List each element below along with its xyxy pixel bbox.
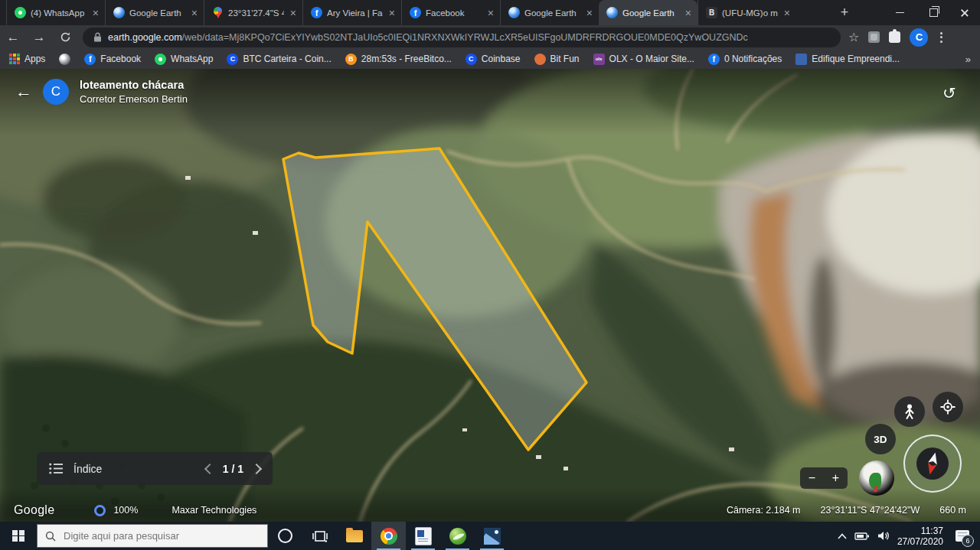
bookmark-freebitco[interactable]: 28m:53s - FreeBitco... — [345, 54, 452, 65]
close-tab-icon[interactable]: × — [684, 7, 693, 19]
letter-b-favicon — [706, 7, 717, 18]
window-restore-button[interactable] — [917, 0, 949, 25]
word-taskbar-button[interactable] — [406, 522, 440, 550]
toolbar-right-icons: ☆ C — [848, 28, 946, 47]
reload-icon — [60, 31, 71, 43]
bookmark-facebook[interactable]: Facebook — [84, 54, 141, 65]
profile-avatar[interactable]: C — [910, 28, 928, 47]
address-bar[interactable]: earth.google.com/web/data=Mj8KPQo7CiExYI… — [83, 28, 841, 47]
back-button[interactable]: ← — [0, 27, 26, 48]
bookmark-edifique[interactable]: Edifique Empreendi... — [795, 54, 900, 65]
cortana-icon — [278, 529, 292, 543]
bookmark-btc-carteira[interactable]: BTC Carteira - Coin... — [227, 54, 331, 65]
zoom-in-button[interactable]: + — [832, 471, 839, 485]
window-minimize-button[interactable] — [884, 0, 916, 25]
bookmark-label: OLX - O Maior Site... — [609, 54, 694, 64]
volume-button[interactable] — [877, 531, 890, 541]
index-label[interactable]: Índice — [74, 463, 102, 475]
close-tab-icon[interactable]: × — [289, 7, 298, 19]
3d-toggle-button[interactable]: 3D — [865, 424, 896, 454]
tab-label: Google Earth — [524, 8, 580, 18]
green-sphere-icon — [449, 528, 466, 545]
cortana-button[interactable] — [268, 522, 302, 550]
placemark-title: loteamento chácara — [80, 78, 188, 93]
search-icon — [45, 531, 56, 542]
search-input[interactable] — [62, 529, 241, 542]
bookmark-whatsapp[interactable]: WhatsApp — [155, 54, 213, 65]
bookmark-apps[interactable]: Apps — [9, 54, 45, 64]
browser-toolbar: ← → earth.google.com/web/data=Mj8KPQo7Ci… — [0, 25, 980, 49]
apps-grid-icon — [9, 54, 20, 64]
close-tab-icon[interactable]: × — [387, 7, 397, 19]
placemark-avatar[interactable]: C — [43, 79, 69, 105]
reload-button[interactable] — [52, 27, 78, 48]
tab-google-earth-2[interactable]: Google Earth × — [500, 0, 599, 25]
tab-ary-vieira[interactable]: Ary Vieira | Fac × — [302, 0, 401, 25]
bookmark-globe[interactable] — [59, 54, 70, 65]
zoom-out-button[interactable]: − — [808, 471, 815, 485]
whatsapp-icon — [155, 54, 166, 65]
file-explorer-button[interactable] — [337, 522, 371, 550]
eye-altitude: 660 m — [939, 505, 966, 516]
url-host: earth.google.com — [108, 32, 182, 43]
close-tab-icon[interactable]: × — [782, 7, 792, 19]
previous-page-icon[interactable] — [204, 463, 215, 474]
close-tab-icon[interactable]: × — [190, 7, 199, 19]
action-center-button[interactable]: 6 — [951, 525, 974, 548]
notification-badge: 6 — [962, 535, 974, 547]
chrome-taskbar-button[interactable] — [371, 522, 406, 550]
bookmark-coinbase[interactable]: Coinbase — [466, 54, 521, 65]
close-tab-icon[interactable]: × — [91, 7, 100, 19]
imagery-percentage: 100% — [113, 505, 138, 516]
start-button[interactable] — [0, 522, 37, 550]
tab-facebook[interactable]: Facebook × — [401, 0, 500, 25]
close-tab-icon[interactable]: × — [486, 7, 495, 19]
bookmark-label: Coinbase — [482, 54, 521, 64]
tab-whatsapp[interactable]: (4) WhatsApp × — [6, 0, 105, 25]
bookmark-star-icon[interactable]: ☆ — [848, 30, 859, 44]
pegman-streetview-button[interactable] — [894, 396, 925, 427]
bitcoin-icon — [345, 54, 357, 65]
photos-taskbar-button[interactable] — [475, 522, 509, 550]
folder-icon — [346, 530, 363, 542]
tab-google-earth-1[interactable]: Google Earth × — [105, 0, 204, 25]
next-page-icon[interactable] — [251, 463, 262, 474]
extension-icon[interactable] — [868, 31, 880, 43]
reset-rotation-button[interactable]: ↺ — [942, 84, 956, 103]
earth-map-viewport[interactable]: ← C loteamento chácara Corretor Emerson … — [0, 69, 980, 522]
my-location-button[interactable] — [933, 392, 963, 422]
tab-maps-coordinates[interactable]: 23°31'27.4"S 4 × — [204, 0, 302, 25]
tray-chevron-button[interactable] — [838, 533, 847, 539]
imagery-quality-ring-icon — [94, 505, 106, 516]
earth-pro-taskbar-button[interactable] — [440, 522, 475, 550]
list-icon — [49, 463, 63, 474]
close-tab-icon[interactable]: × — [585, 7, 594, 19]
forward-button[interactable]: → — [26, 27, 52, 48]
placemark-titles: loteamento chácara Corretor Emerson Bert… — [80, 78, 188, 106]
bookmark-notificacoes[interactable]: 0 Notificações — [708, 54, 782, 65]
bookmark-label: 28m:53s - FreeBitco... — [361, 54, 452, 64]
extensions-puzzle-icon[interactable] — [889, 31, 900, 43]
taskbar-search[interactable] — [37, 524, 268, 548]
index-panel: Índice 1 / 1 — [37, 452, 273, 485]
tab-ufu-mg[interactable]: (UFU-MG)o m × — [697, 0, 796, 25]
chrome-menu-icon[interactable] — [937, 32, 946, 43]
windows-taskbar: 11:37 27/07/2020 6 — [0, 522, 980, 550]
windows-logo-icon — [12, 530, 24, 542]
new-tab-button[interactable]: + — [833, 0, 856, 25]
bookmark-bit-fun[interactable]: Bit Fun — [534, 54, 580, 65]
bookmark-olx[interactable]: OLX - O Maior Site... — [593, 54, 694, 65]
battery-status-button[interactable] — [854, 532, 870, 541]
globe-overview-button[interactable] — [859, 461, 894, 496]
compass-control[interactable] — [903, 434, 962, 493]
task-view-button[interactable] — [302, 522, 337, 550]
tab-google-earth-active[interactable]: Google Earth × — [599, 0, 697, 25]
taskbar-clock[interactable]: 11:37 27/07/2020 — [897, 526, 943, 547]
tab-label: (UFU-MG)o m — [722, 8, 778, 18]
back-arrow-icon[interactable]: ← — [15, 82, 32, 102]
window-close-button[interactable] — [949, 0, 980, 25]
bookmarks-overflow-chevron[interactable]: » — [965, 54, 971, 65]
earth-globe-icon — [606, 7, 618, 18]
page-indicator: 1 / 1 — [223, 463, 243, 475]
facebook-icon — [708, 54, 720, 65]
